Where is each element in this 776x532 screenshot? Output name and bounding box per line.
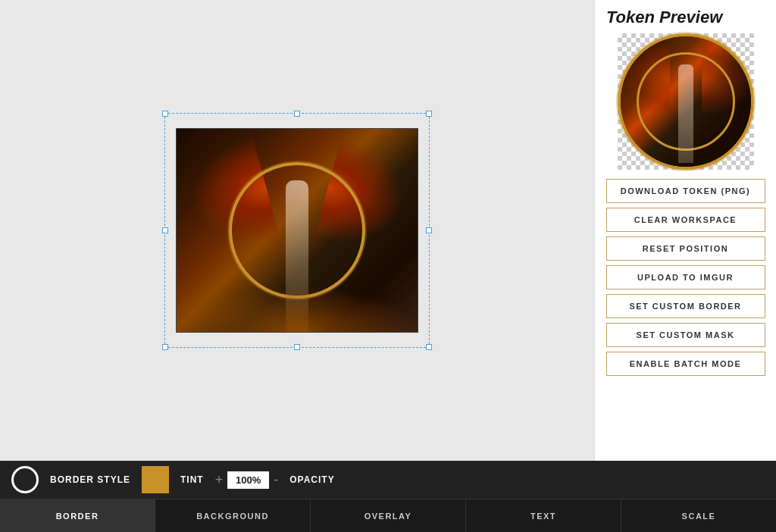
tint-color-box[interactable]	[142, 466, 169, 493]
sidebar-title: Token Preview	[602, 8, 722, 27]
token-image	[176, 128, 418, 333]
token-preview-container	[618, 33, 754, 170]
handle-top-right[interactable]	[426, 111, 432, 117]
handle-mid-right[interactable]	[426, 227, 432, 233]
handle-bot-center[interactable]	[294, 344, 300, 350]
handle-bot-right[interactable]	[426, 344, 432, 350]
ground-fire	[177, 286, 418, 332]
tab-bar: BORDER BACKGROUND OVERLAY TEXT SCALE	[0, 499, 776, 532]
tint-label: TINT	[180, 474, 204, 485]
set-custom-mask-button[interactable]: SET CUSTOM MASK	[606, 323, 765, 347]
set-custom-border-button[interactable]: SET CUSTOM BORDER	[606, 294, 765, 318]
handle-top-center[interactable]	[294, 111, 300, 117]
main-area: Token Preview DOWNLOAD TOKEN (PNG) CLEAR…	[0, 0, 776, 461]
sidebar: Token Preview DOWNLOAD TOKEN (PNG) CLEAR…	[594, 0, 776, 461]
handle-top-left[interactable]	[162, 111, 168, 117]
upload-imgur-button[interactable]: UPLOAD TO IMGUR	[606, 265, 765, 289]
canvas-container[interactable]	[176, 128, 418, 333]
opacity-decrease-button[interactable]: -	[274, 473, 278, 487]
clear-workspace-button[interactable]: CLEAR WORKSPACE	[606, 208, 765, 232]
workspace[interactable]	[0, 0, 594, 461]
download-token-button[interactable]: DOWNLOAD TOKEN (PNG)	[606, 179, 765, 203]
tab-background[interactable]: BACKGROUND	[155, 499, 311, 532]
opacity-increase-button[interactable]: +	[215, 473, 224, 487]
enable-batch-mode-button[interactable]: ENABLE BATCH MODE	[606, 352, 765, 376]
preview-figure	[678, 64, 693, 163]
tab-scale[interactable]: SCALE	[621, 499, 776, 532]
sidebar-buttons: DOWNLOAD TOKEN (PNG) CLEAR WORKSPACE RES…	[606, 179, 765, 380]
opacity-input[interactable]	[227, 471, 269, 489]
tab-text[interactable]: TEXT	[466, 499, 621, 532]
reset-position-button[interactable]: RESET POSITION	[606, 236, 765, 261]
bottom-toolbar: BORDER STYLE TINT + - OPACITY	[0, 461, 776, 499]
tab-overlay[interactable]: OVERLAY	[311, 499, 466, 532]
tab-border[interactable]: BORDER	[0, 499, 155, 532]
handle-mid-left[interactable]	[162, 227, 168, 233]
token-preview-circle	[618, 33, 754, 170]
handle-bot-left[interactable]	[162, 344, 168, 350]
border-style-label: BORDER STYLE	[50, 474, 130, 485]
border-style-icon[interactable]	[11, 466, 39, 493]
preview-image	[621, 36, 751, 167]
opacity-label: OPACITY	[289, 474, 334, 485]
opacity-control: + -	[215, 471, 279, 489]
